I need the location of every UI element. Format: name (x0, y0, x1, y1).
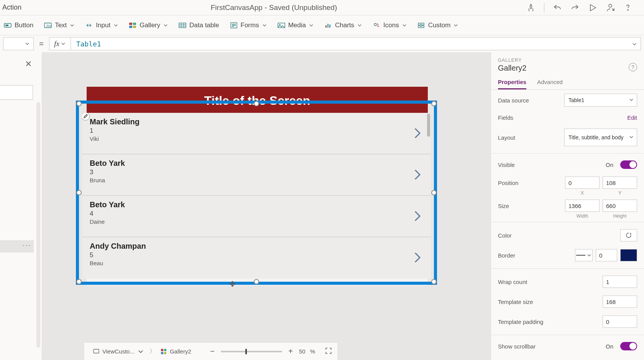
breadcrumb-screen[interactable]: ViewCusto... (90, 346, 147, 357)
svg-rect-8 (129, 26, 132, 28)
chevron-down-icon (262, 23, 267, 28)
tab-advanced[interactable]: Advanced (537, 79, 563, 89)
canvas[interactable]: Title of the Screen Mark Siedling 1 Viki… (42, 52, 491, 360)
resize-handle[interactable] (431, 190, 437, 195)
label: Data table (189, 21, 219, 29)
value: 1 (606, 279, 609, 285)
insert-charts[interactable]: Charts (324, 21, 362, 29)
zoom-out-button[interactable]: − (209, 347, 216, 356)
show-scrollbar-toggle[interactable] (620, 342, 637, 350)
axis-label-height: Height (603, 213, 637, 219)
svg-rect-22 (94, 349, 99, 353)
insert-input[interactable]: Input (85, 21, 118, 29)
undo-icon[interactable] (553, 3, 562, 12)
data-source-dropdown[interactable]: Table1 (564, 94, 637, 107)
menu-action[interactable]: Action (0, 3, 21, 12)
zoom-slider[interactable] (221, 351, 282, 352)
redo-icon[interactable] (570, 3, 580, 12)
chevron-down-icon (629, 97, 634, 103)
prop-label-template-size: Template size (498, 299, 599, 305)
resize-handle[interactable] (76, 190, 82, 195)
border-color-swatch[interactable] (620, 249, 637, 261)
value: 0 (606, 319, 609, 325)
resize-handle[interactable] (76, 101, 82, 106)
tree-scrollbar[interactable] (36, 102, 40, 348)
size-height-input[interactable]: 660 (603, 200, 637, 212)
prop-label-size: Size (498, 203, 561, 209)
custom-icon (417, 22, 425, 29)
formula-value: Table1 (76, 40, 101, 48)
border-width-input[interactable]: 0 (596, 249, 617, 261)
insert-text[interactable]: Abc Text (44, 21, 74, 29)
more-icon[interactable]: ··· (22, 241, 31, 249)
property-selector[interactable] (3, 37, 34, 50)
svg-rect-20 (418, 26, 421, 28)
position-x-input[interactable]: 0 (565, 177, 600, 189)
resize-handle[interactable] (431, 101, 437, 106)
resize-handle[interactable] (254, 279, 259, 284)
breadcrumb-sep-icon: 〉 (150, 348, 155, 355)
toggle-state-label: On (606, 162, 613, 168)
label: Forms (241, 21, 259, 29)
insert-forms[interactable]: Forms (230, 21, 267, 29)
border-style-dropdown[interactable] (575, 249, 593, 261)
insert-data-table[interactable]: Data table (179, 21, 219, 29)
resize-handle[interactable] (76, 279, 82, 284)
label: Button (15, 21, 33, 29)
chevron-down-icon (138, 348, 144, 355)
svg-rect-19 (422, 23, 424, 25)
label: Gallery (140, 21, 160, 29)
axis-label-width: Width (565, 213, 600, 219)
share-icon[interactable] (606, 3, 615, 12)
fx-button[interactable]: fx (49, 37, 71, 50)
value: 660 (606, 203, 616, 209)
resize-handle[interactable] (431, 279, 437, 284)
svg-rect-16 (329, 25, 330, 28)
chevron-down-icon (70, 23, 74, 28)
insert-media[interactable]: Media (278, 21, 314, 29)
app-title: FirstCanvasApp - Saved (Unpublished) (21, 3, 526, 12)
properties-panel: GALLERY Gallery2 ? Properties Advanced D… (491, 52, 644, 360)
prop-label-data-source: Data source (498, 97, 560, 104)
layout-dropdown[interactable]: Title, subtitle, and body (564, 129, 637, 146)
help-icon[interactable] (623, 3, 632, 12)
svg-rect-7 (133, 23, 136, 25)
position-y-input[interactable]: 108 (603, 177, 637, 189)
tab-properties[interactable]: Properties (498, 79, 526, 89)
label: ViewCusto... (102, 348, 135, 355)
insert-button[interactable]: Button (4, 21, 33, 29)
wrap-count-input[interactable]: 1 (603, 276, 637, 288)
play-icon[interactable] (588, 3, 597, 12)
text-icon: Abc (44, 22, 52, 29)
template-padding-input[interactable]: 0 (603, 315, 637, 328)
screen-surface: Title of the Screen (87, 87, 428, 286)
value: 0 (568, 180, 572, 186)
svg-rect-3 (5, 25, 8, 26)
size-width-input[interactable]: 1366 (565, 200, 600, 212)
color-reset-button[interactable] (620, 229, 637, 241)
visible-toggle[interactable] (620, 160, 637, 169)
panel-help-icon[interactable]: ? (629, 63, 637, 71)
insert-icons[interactable]: Icons (373, 21, 407, 29)
fit-to-window-icon[interactable] (325, 347, 332, 355)
formula-input[interactable]: Table1 (71, 37, 641, 50)
zoom-in-button[interactable]: + (287, 347, 294, 356)
label: Media (288, 21, 306, 29)
breadcrumb-control[interactable]: Gallery2 (158, 347, 194, 356)
prop-label-border: Border (498, 252, 571, 259)
prop-label-position: Position (498, 180, 561, 186)
close-icon[interactable]: ✕ (25, 59, 32, 69)
tree-search-input[interactable] (0, 85, 33, 100)
resize-handle[interactable] (254, 101, 259, 106)
expand-formula-icon[interactable] (632, 40, 637, 48)
template-size-input[interactable]: 168 (603, 296, 637, 308)
app-checker-icon[interactable] (526, 3, 536, 12)
value: 108 (606, 180, 616, 186)
chevron-down-icon (357, 23, 362, 28)
chevron-down-icon (402, 23, 407, 28)
insert-gallery[interactable]: Gallery (129, 21, 168, 29)
insert-custom[interactable]: Custom (417, 21, 458, 29)
value: Title, subtitle, and body (568, 134, 623, 141)
prop-label-visible: Visible (498, 162, 602, 168)
edit-fields-link[interactable]: Edit (627, 114, 637, 121)
